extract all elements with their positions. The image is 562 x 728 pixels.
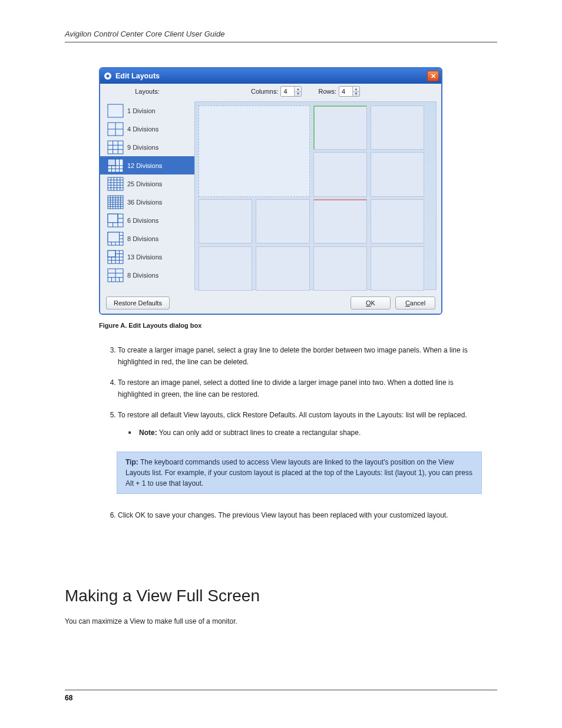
preview-cell[interactable] (313, 246, 367, 291)
tip-box: Tip: The keyboard commands used to acces… (117, 452, 482, 494)
svg-rect-18 (108, 177, 123, 190)
layout-thumb-icon (107, 122, 124, 136)
layout-item-label: 8 Divisions (127, 272, 158, 279)
restore-defaults-label: Restore Defaults (114, 299, 162, 307)
doc-title: Avigilon Control Center Core Client User… (65, 29, 224, 38)
layout-thumb-icon (107, 195, 124, 209)
page-footer: 68 (65, 690, 497, 702)
preview-cell[interactable] (371, 152, 424, 196)
spinner-up-icon[interactable]: ▲ (353, 87, 359, 92)
svg-rect-45 (108, 232, 120, 242)
layout-item-label: 9 Divisions (127, 144, 158, 151)
figure-text: Edit Layouts dialog box (127, 322, 201, 329)
layout-item-label: 13 Divisions (127, 253, 162, 261)
layout-thumb-icon (107, 177, 124, 191)
layout-item-label: 36 Divisions (127, 199, 162, 206)
layout-item-25[interactable]: 25 Divisions (100, 174, 194, 193)
step-5: To restore all default View layouts, cli… (118, 409, 482, 439)
layout-item-6[interactable]: 6 Divisions (100, 211, 194, 229)
instructions-block-2: Click OK to save your changes. The previ… (99, 509, 482, 521)
restore-defaults-button[interactable]: Restore Defaults (106, 297, 170, 309)
layout-thumb-icon (107, 159, 124, 173)
preview-cell[interactable] (371, 199, 424, 243)
doc-header: Avigilon Control Center Core Client User… (65, 29, 497, 42)
layout-item-9[interactable]: 9 Divisions (100, 138, 194, 156)
layout-item-1[interactable]: 1 Division (100, 101, 194, 120)
layout-preview-grid[interactable] (194, 101, 437, 290)
layout-thumb-icon (107, 232, 124, 246)
layout-item-8a[interactable]: 8 Divisions (100, 229, 194, 248)
preview-cell[interactable] (313, 152, 367, 196)
preview-cell[interactable] (199, 246, 252, 291)
preview-cell[interactable] (371, 106, 424, 150)
section-heading: Making a View Full Screen (65, 587, 497, 605)
section-body: You can maximize a View to make full use… (65, 616, 497, 627)
dialog-title: Edit Layouts (115, 72, 160, 80)
preview-cell[interactable] (371, 246, 424, 291)
preview-cell[interactable] (256, 246, 309, 291)
ok-label: K (371, 299, 375, 307)
preview-cell[interactable] (313, 199, 367, 243)
layout-thumb-icon (107, 213, 124, 228)
figure-prefix: Figure A. (99, 322, 127, 329)
layouts-list[interactable]: 1 Division 4 Divisions 9 Divisions (100, 99, 194, 292)
step-4: To restore an image panel, select a dott… (118, 377, 482, 401)
figure-caption: Figure A. Edit Layouts dialog box (99, 322, 497, 329)
columns-value: 4 (281, 88, 294, 95)
cancel-label: ancel (410, 299, 425, 307)
cancel-button[interactable]: Cancel (395, 297, 435, 309)
layout-item-4[interactable]: 4 Divisions (100, 120, 194, 138)
layout-item-label: 12 Divisions (127, 162, 162, 169)
layout-item-8b[interactable]: 8 Divisions (100, 266, 194, 284)
step-3: To create a larger image panel, select a… (118, 344, 482, 368)
close-button[interactable]: ✕ (427, 71, 439, 81)
svg-rect-2 (108, 104, 123, 117)
close-icon: ✕ (431, 73, 436, 80)
cancel-underline: C (405, 299, 410, 307)
rows-spinner[interactable]: 4 ▲ ▼ (339, 86, 360, 97)
ok-button[interactable]: OK (351, 297, 391, 309)
columns-label: Columns: (251, 88, 278, 95)
layout-item-36[interactable]: 36 Divisions (100, 193, 194, 211)
preview-merged-cell[interactable] (199, 106, 310, 197)
edit-layouts-dialog: Edit Layouts ✕ Layouts: Columns: 4 (99, 67, 442, 315)
svg-rect-53 (108, 251, 115, 257)
layouts-list-label: Layouts: (100, 88, 194, 95)
preview-cell[interactable] (313, 106, 367, 150)
step-6: Click OK to save your changes. The previ… (118, 509, 482, 521)
svg-rect-6 (108, 141, 123, 154)
spinner-down-icon[interactable]: ▼ (353, 92, 359, 97)
rows-value: 4 (339, 88, 352, 95)
dialog-titlebar[interactable]: Edit Layouts ✕ (100, 68, 441, 84)
svg-rect-12 (108, 159, 115, 166)
preview-cell[interactable] (199, 199, 252, 243)
instructions-block: To create a larger image panel, select a… (99, 344, 482, 439)
layout-item-label: 4 Divisions (127, 126, 158, 133)
ok-underline: O (366, 299, 371, 307)
layout-icon (104, 72, 112, 80)
svg-rect-39 (108, 214, 118, 223)
layout-item-label: 6 Divisions (127, 217, 158, 224)
tip-body: The keyboard commands used to access Vie… (125, 458, 472, 487)
layout-thumb-icon (107, 140, 124, 154)
layout-item-label: 25 Divisions (127, 180, 162, 187)
layout-item-label: 8 Divisions (127, 235, 158, 242)
rows-label: Rows: (318, 88, 336, 95)
layout-item-13[interactable]: 13 Divisions (100, 248, 194, 266)
layout-thumb-icon (107, 268, 124, 282)
step-5-note: Note: You can only add or subtract lines… (128, 427, 482, 439)
spinner-down-icon[interactable]: ▼ (295, 92, 301, 97)
tip-label: Tip: (125, 458, 138, 466)
columns-spinner[interactable]: 4 ▲ ▼ (280, 86, 302, 97)
layout-item-label: 1 Division (127, 107, 156, 114)
layout-item-12[interactable]: 12 Divisions (100, 156, 194, 174)
svg-point-1 (107, 75, 110, 78)
layout-thumb-icon (107, 104, 124, 118)
spinner-up-icon[interactable]: ▲ (295, 87, 301, 92)
page-number: 68 (65, 694, 72, 702)
preview-cell[interactable] (256, 199, 309, 243)
layout-thumb-icon (107, 250, 124, 264)
